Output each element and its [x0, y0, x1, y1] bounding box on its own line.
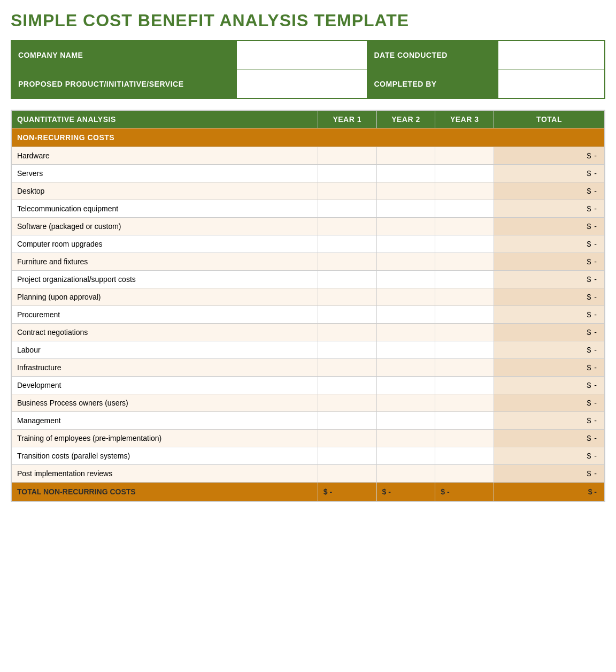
- header-year1: YEAR 1: [318, 110, 376, 128]
- row-year2[interactable]: [376, 359, 435, 377]
- table-row: Desktop$-: [11, 182, 605, 200]
- table-row: Contract negotiations$-: [11, 324, 605, 341]
- row-year2[interactable]: [376, 306, 435, 324]
- row-year2[interactable]: [376, 447, 435, 465]
- company-value[interactable]: [237, 41, 367, 70]
- table-row: Servers$-: [11, 165, 605, 182]
- row-year2[interactable]: [376, 253, 435, 271]
- total-year1: $ -: [318, 483, 376, 502]
- header-year3: YEAR 3: [435, 110, 494, 128]
- dash-value: -: [594, 416, 597, 425]
- row-year1[interactable]: [318, 218, 376, 235]
- table-row: Software (packaged or custom)$-: [11, 218, 605, 235]
- row-label: Post implementation reviews: [11, 465, 318, 483]
- table-row: Hardware$-: [11, 147, 605, 165]
- row-label: Desktop: [11, 182, 318, 200]
- row-year1[interactable]: [318, 306, 376, 324]
- row-year3[interactable]: [435, 271, 494, 288]
- row-year3[interactable]: [435, 165, 494, 182]
- row-total: $-: [494, 465, 605, 483]
- product-value[interactable]: [237, 70, 367, 98]
- row-year1[interactable]: [318, 430, 376, 447]
- row-year2[interactable]: [376, 165, 435, 182]
- row-year1[interactable]: [318, 412, 376, 430]
- main-table: QUANTITATIVE ANALYSIS YEAR 1 YEAR 2 YEAR…: [11, 110, 605, 502]
- row-year1[interactable]: [318, 465, 376, 483]
- row-year3[interactable]: [435, 394, 494, 412]
- row-year3[interactable]: [435, 182, 494, 200]
- row-year2[interactable]: [376, 271, 435, 288]
- row-year1[interactable]: [318, 394, 376, 412]
- row-year2[interactable]: [376, 465, 435, 483]
- table-row: Business Process owners (users)$-: [11, 394, 605, 412]
- date-value[interactable]: [498, 41, 605, 70]
- dollar-sign: $: [587, 187, 591, 195]
- row-year2[interactable]: [376, 218, 435, 235]
- row-year2[interactable]: [376, 182, 435, 200]
- total-year2: $ -: [376, 483, 435, 502]
- row-year3[interactable]: [435, 200, 494, 218]
- row-year1[interactable]: [318, 165, 376, 182]
- row-total: $-: [494, 430, 605, 447]
- dollar-sign: $: [587, 363, 591, 372]
- row-year1[interactable]: [318, 447, 376, 465]
- row-year2[interactable]: [376, 147, 435, 165]
- row-year3[interactable]: [435, 306, 494, 324]
- dash-value: -: [388, 487, 391, 496]
- row-year1[interactable]: [318, 359, 376, 377]
- row-label: Furniture and fixtures: [11, 253, 318, 271]
- row-year2[interactable]: [376, 377, 435, 394]
- row-year1[interactable]: [318, 235, 376, 253]
- row-year3[interactable]: [435, 235, 494, 253]
- row-label: Procurement: [11, 306, 318, 324]
- table-row: Infrastructure$-: [11, 359, 605, 377]
- row-total: $-: [494, 447, 605, 465]
- row-year3[interactable]: [435, 412, 494, 430]
- row-year1[interactable]: [318, 253, 376, 271]
- row-year3[interactable]: [435, 465, 494, 483]
- row-year3[interactable]: [435, 341, 494, 359]
- table-row: Labour$-: [11, 341, 605, 359]
- row-year3[interactable]: [435, 430, 494, 447]
- table-row: Computer room upgrades$-: [11, 235, 605, 253]
- row-year2[interactable]: [376, 288, 435, 306]
- row-year3[interactable]: [435, 377, 494, 394]
- row-year2[interactable]: [376, 200, 435, 218]
- row-year3[interactable]: [435, 218, 494, 235]
- row-year3[interactable]: [435, 359, 494, 377]
- row-year1[interactable]: [318, 324, 376, 341]
- row-year2[interactable]: [376, 430, 435, 447]
- row-year3[interactable]: [435, 147, 494, 165]
- row-year2[interactable]: [376, 235, 435, 253]
- completed-value[interactable]: [498, 70, 605, 98]
- row-total: $-: [494, 218, 605, 235]
- row-year1[interactable]: [318, 182, 376, 200]
- dash-value: -: [594, 399, 597, 407]
- row-year1[interactable]: [318, 288, 376, 306]
- row-total: $-: [494, 377, 605, 394]
- row-year2[interactable]: [376, 341, 435, 359]
- dollar-sign: $: [588, 487, 595, 496]
- row-label: Labour: [11, 341, 318, 359]
- row-year2[interactable]: [376, 324, 435, 341]
- row-year3[interactable]: [435, 447, 494, 465]
- row-year1[interactable]: [318, 377, 376, 394]
- dollar-sign: $: [587, 222, 591, 231]
- row-year2[interactable]: [376, 394, 435, 412]
- row-year1[interactable]: [318, 341, 376, 359]
- row-year3[interactable]: [435, 324, 494, 341]
- dollar-sign: $: [382, 487, 389, 496]
- row-year1[interactable]: [318, 147, 376, 165]
- row-year2[interactable]: [376, 412, 435, 430]
- row-year1[interactable]: [318, 271, 376, 288]
- dash-value: -: [594, 469, 597, 478]
- dollar-sign: $: [587, 346, 591, 354]
- dollar-sign: $: [587, 469, 591, 478]
- row-total: $-: [494, 324, 605, 341]
- dash-value: -: [594, 187, 597, 195]
- row-year3[interactable]: [435, 288, 494, 306]
- row-year3[interactable]: [435, 253, 494, 271]
- row-year1[interactable]: [318, 200, 376, 218]
- row-total: $-: [494, 341, 605, 359]
- date-label: DATE CONDUCTED: [367, 41, 498, 70]
